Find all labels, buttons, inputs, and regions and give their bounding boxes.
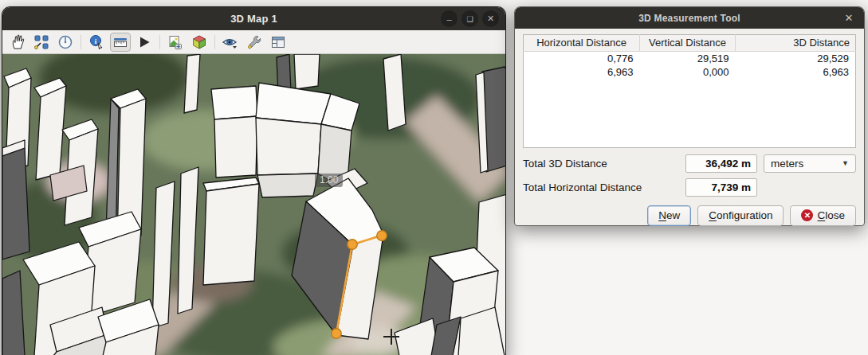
configure-wrench-icon[interactable] [244,33,265,52]
unit-select[interactable]: meters ▼ [764,154,856,173]
camera-eye-icon[interactable] [220,33,241,52]
scale-overlay-badge: 1.00 [315,174,343,187]
totals-section: Total 3D Distance 36,492 m meters ▼ Tota… [523,154,856,197]
dialog-titlebar[interactable]: 3D Measurement Tool ✕ [515,7,864,29]
pan-icon[interactable] [7,33,28,52]
map-toolbar: i [2,30,505,54]
measure-ruler-icon[interactable] [110,33,131,52]
cell-horizontal: 0,776 [524,52,640,66]
dialog-title: 3D Measurement Tool [638,13,740,24]
cell-vertical: 29,519 [640,52,736,66]
cell-horizontal: 6,963 [524,65,640,79]
dialog-body: Horizontal Distance Vertical Distance 3D… [515,29,864,232]
options-window-icon[interactable] [268,33,289,52]
column-vertical-distance[interactable]: Vertical Distance [640,35,736,52]
dialog-close-icon[interactable]: ✕ [842,11,856,25]
close-red-icon: ✕ [801,209,813,221]
toolbar-separator [214,35,215,49]
close-button[interactable]: ✕ Close [790,205,856,226]
maximize-icon[interactable]: ❑ [461,10,478,27]
cell-vertical: 0,000 [640,65,736,79]
map-3d-scene [2,54,505,355]
total-3d-distance-field[interactable]: 36,492 m [685,154,757,173]
total-3d-distance-label: Total 3D Distance [523,158,679,170]
map-window-titlebar[interactable]: 3D Map 1 – ❑ ✕ [2,7,505,30]
toolbar-separator [81,35,81,49]
save-image-icon[interactable] [165,33,186,52]
close-icon[interactable]: ✕ [482,10,499,27]
play-animation-icon[interactable] [134,33,155,52]
column-horizontal-distance[interactable]: Horizontal Distance [524,35,640,52]
unit-select-value: meters [771,158,803,170]
chevron-down-icon: ▼ [842,159,849,167]
total-horizontal-distance-field[interactable]: 7,739 m [685,178,757,197]
toolbar-separator [159,35,160,49]
table-row[interactable]: 0,776 29,519 29,529 [524,52,856,66]
map-window: 3D Map 1 – ❑ ✕ [2,6,506,355]
column-3d-distance[interactable]: 3D Distance [736,35,856,52]
desktop: 3D Map 1 – ❑ ✕ [0,0,868,355]
window-controls: – ❑ ✕ [441,10,499,27]
configuration-button[interactable]: Configuration [697,205,784,226]
table-empty-area [524,79,856,147]
measurement-dialog: 3D Measurement Tool ✕ Horizontal Distanc… [514,6,865,226]
map-window-title: 3D Map 1 [230,13,277,25]
rotation-icon[interactable] [55,33,76,52]
cell-3d: 29,529 [736,52,856,66]
table-header-row: Horizontal Distance Vertical Distance 3D… [524,35,856,52]
map-3d-viewport[interactable]: 1.00 [2,54,505,355]
minimize-icon[interactable]: – [441,10,458,27]
cell-3d: 6,963 [736,65,856,79]
total-horizontal-distance-label: Total Horizontal Distance [523,181,679,193]
dialog-buttons: New Configuration ✕ Close [523,205,856,226]
new-button[interactable]: New [647,205,691,226]
measurement-table: Horizontal Distance Vertical Distance 3D… [523,34,856,148]
table-row[interactable]: 6,963 0,000 6,963 [524,65,856,79]
identify-icon[interactable]: i [86,33,107,52]
camera-control-icon[interactable] [31,33,52,52]
export-scene-cube-icon[interactable] [189,33,210,52]
